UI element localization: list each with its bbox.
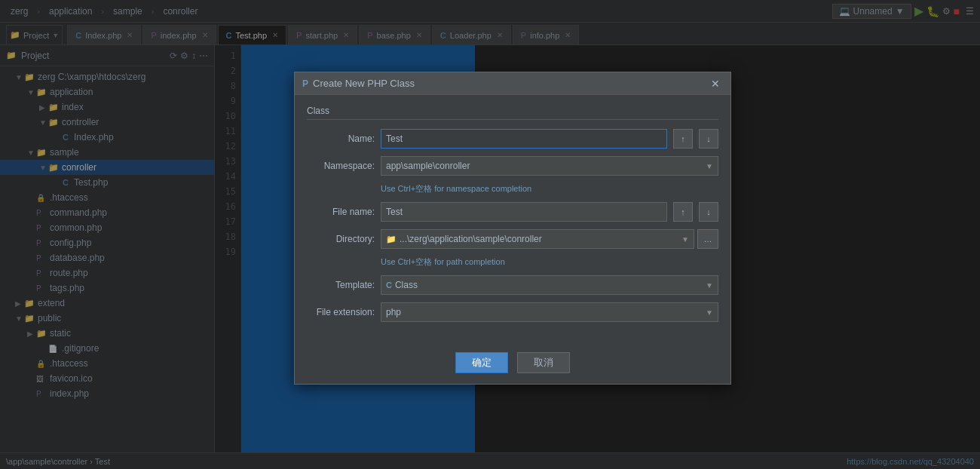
directory-hint: Use Ctrl+空格 for path completion <box>381 256 718 268</box>
directory-select[interactable]: 📁 ...\zerg\application\sample\conroller … <box>381 229 694 249</box>
modal-title-bar: P Create New PHP Class ✕ <box>295 72 730 95</box>
modal-php-icon: P <box>302 78 308 89</box>
modal-body: Class Name: ↑ ↓ Namespace: app\sample\co… <box>295 95 730 345</box>
extension-dropdown-arrow: ▼ <box>706 308 713 317</box>
template-select[interactable]: C Class ▼ <box>381 275 718 295</box>
name-input[interactable] <box>381 129 667 149</box>
template-dropdown-arrow: ▼ <box>706 281 713 290</box>
template-value: Class <box>395 280 418 290</box>
extension-row: File extension: php ▼ <box>307 302 718 322</box>
filename-down-button[interactable]: ↓ <box>699 202 718 222</box>
namespace-select[interactable]: app\sample\conroller ▼ <box>381 156 718 176</box>
directory-browse-button[interactable]: … <box>697 229 718 249</box>
namespace-row: Namespace: app\sample\conroller ▼ <box>307 156 718 176</box>
filename-row: File name: ↑ ↓ <box>307 202 718 222</box>
name-down-button[interactable]: ↓ <box>699 129 718 149</box>
extension-label: File extension: <box>307 307 375 317</box>
create-php-class-dialog: P Create New PHP Class ✕ Class Name: ↑ ↓… <box>294 72 731 385</box>
filename-up-button[interactable]: ↑ <box>673 202 693 222</box>
dir-dropdown-arrow: ▼ <box>681 235 689 244</box>
cancel-button[interactable]: 取消 <box>517 352 570 373</box>
directory-row: Directory: 📁 ...\zerg\application\sample… <box>307 229 718 249</box>
modal-section-class: Class <box>307 106 718 120</box>
extension-value: php <box>386 307 401 317</box>
extension-select[interactable]: php ▼ <box>381 302 718 322</box>
namespace-dropdown-arrow: ▼ <box>706 162 713 170</box>
template-c-icon: C <box>386 280 392 290</box>
namespace-label: Namespace: <box>307 161 375 171</box>
confirm-button[interactable]: 确定 <box>455 352 508 373</box>
dir-folder-icon: 📁 <box>386 234 397 244</box>
modal-title: Create New PHP Class <box>313 78 415 89</box>
directory-input-group: 📁 ...\zerg\application\sample\conroller … <box>381 229 718 249</box>
modal-footer: 确定 取消 <box>295 345 730 384</box>
name-row: Name: ↑ ↓ <box>307 129 718 149</box>
directory-value: ...\zerg\application\sample\conroller <box>400 234 542 244</box>
directory-label: Directory: <box>307 234 375 244</box>
filename-label: File name: <box>307 207 375 217</box>
template-label: Template: <box>307 280 375 290</box>
filename-input[interactable] <box>381 202 667 222</box>
namespace-value: app\sample\conroller <box>386 161 470 171</box>
namespace-hint: Use Ctrl+空格 for namespace completion <box>381 183 718 195</box>
template-row: Template: C Class ▼ <box>307 275 718 295</box>
modal-overlay: P Create New PHP Class ✕ Class Name: ↑ ↓… <box>0 0 980 469</box>
name-label: Name: <box>307 133 375 144</box>
modal-close-button[interactable]: ✕ <box>708 76 723 91</box>
name-up-button[interactable]: ↑ <box>673 129 693 149</box>
